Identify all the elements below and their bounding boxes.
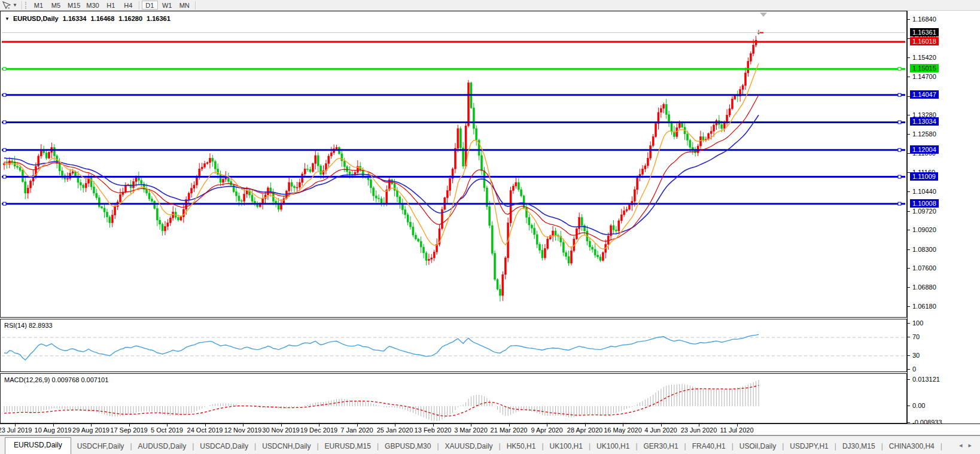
bear-candle [214, 162, 216, 169]
bear-candle [220, 175, 221, 182]
bull-candle [262, 199, 264, 203]
bull-candle [607, 236, 609, 244]
bull-candle [172, 212, 174, 218]
chart-tab-CHINA300H4[interactable]: CHINA300,H4 [883, 440, 941, 454]
chart-tab-XAUUSDDaily[interactable]: XAUUSD,Daily [439, 440, 499, 454]
rsi-chart-canvas[interactable] [1, 319, 906, 371]
line-anchor-handle[interactable] [3, 148, 6, 151]
macd-chart-canvas[interactable] [1, 374, 906, 423]
chart-tab-GBPUSDM30[interactable]: GBPUSD,M30 [379, 440, 437, 454]
bear-candle [565, 252, 567, 257]
bull-candle [48, 153, 50, 159]
bear-candle [109, 217, 111, 223]
timeframe-button-M15[interactable]: M15 [65, 1, 83, 10]
tab-scroll-right-button[interactable]: ▸ [968, 441, 972, 449]
ohlc-close: 1.16361 [147, 15, 171, 22]
chart-tab-USOilDaily[interactable]: USOil,Daily [734, 440, 782, 454]
tab-scroll-left-button[interactable]: ◂ [959, 441, 963, 449]
bull-candle [244, 194, 245, 202]
candlestick-chart-canvas[interactable] [1, 11, 906, 317]
chart-tab-USDCHFDaily[interactable]: USDCHF,Daily [71, 440, 130, 454]
bear-candle [217, 169, 219, 174]
bear-candle [317, 156, 319, 166]
chart-tab-GER30H1[interactable]: GER30,H1 [638, 440, 684, 454]
bull-candle [652, 136, 654, 145]
bull-candle [620, 215, 622, 221]
date-axis[interactable]: 23 Jul 201910 Aug 201929 Aug 201917 Sep … [0, 423, 980, 435]
chart-tab-UK100H1[interactable]: UK100,H1 [544, 440, 589, 454]
bear-candle [309, 169, 311, 172]
line-anchor-handle[interactable] [3, 68, 6, 71]
bear-candle [404, 210, 406, 215]
bull-candle [328, 156, 330, 164]
chart-legend: ▼EURUSD,Daily1.163341.164681.162801.1636… [5, 15, 171, 22]
line-anchor-handle[interactable] [898, 68, 901, 71]
axis-tick-mark [908, 369, 910, 370]
bull-candle [201, 167, 203, 169]
chart-tab-DJ30M15[interactable]: DJ30,M15 [836, 440, 881, 454]
bear-candle [481, 156, 483, 171]
bull-candle [204, 163, 206, 167]
rsi-indicator-pane[interactable]: RSI(14) 82.8933 [0, 319, 907, 372]
chart-tab-EURUSDDaily[interactable]: EURUSD,Daily [5, 437, 71, 454]
timeframe-button-MN[interactable]: MN [176, 1, 193, 10]
line-anchor-handle[interactable] [898, 93, 901, 96]
line-anchor-handle[interactable] [898, 175, 901, 178]
bear-candle [459, 129, 461, 148]
chart-tab-USDCADDaily[interactable]: USDCAD,Daily [194, 440, 254, 454]
chart-tab-AUDUSDDaily[interactable]: AUDUSD,Daily [132, 440, 193, 454]
toolbar-grip-handle[interactable] [25, 2, 28, 9]
timeframe-button-M5[interactable]: M5 [48, 1, 64, 10]
chart-tab-UK100H1[interactable]: UK100,H1 [591, 440, 635, 454]
timeframe-button-M1[interactable]: M1 [31, 1, 47, 10]
chevron-down-icon[interactable]: ▼ [13, 2, 17, 8]
bear-candle [80, 182, 81, 185]
crosshair-tool-button[interactable]: ▼ [0, 1, 20, 10]
timeframe-toolbar: ▼ M1M5M15M30H1H4D1W1MN [0, 0, 980, 11]
timeframe-button-M30[interactable]: M30 [84, 1, 101, 10]
chart-tab-USDJPYH1[interactable]: USDJPY,H1 [784, 440, 834, 454]
bull-candle [468, 83, 470, 126]
bear-candle [665, 104, 667, 114]
bull-candle [299, 182, 300, 187]
bear-candle [534, 228, 535, 235]
line-anchor-handle[interactable] [3, 93, 6, 96]
macd-indicator-pane[interactable]: MACD(12,26,9) 0.009768 0.007101 [0, 373, 907, 423]
bear-candle [689, 140, 691, 147]
timeframe-button-H1[interactable]: H1 [103, 1, 119, 10]
symbol-dropdown-icon[interactable]: ▼ [5, 16, 10, 22]
timeframe-button-D1[interactable]: D1 [142, 1, 158, 10]
macd-label: MACD(12,26,9) 0.009768 0.007101 [4, 376, 108, 383]
bull-candle [731, 99, 733, 108]
line-anchor-handle[interactable] [898, 148, 901, 151]
line-anchor-handle[interactable] [3, 202, 6, 205]
line-anchor-handle[interactable] [898, 202, 901, 205]
timeframe-button-H4[interactable]: H4 [120, 1, 136, 10]
bull-candle [124, 185, 126, 191]
bear-candle [499, 289, 501, 295]
price-level-badge: 1.16361 [910, 28, 939, 36]
bear-candle [241, 201, 242, 202]
bear-candle [341, 154, 343, 161]
bull-candle [623, 211, 625, 215]
price-axis[interactable]: 1.168401.161281.154201.147001.139801.132… [907, 11, 980, 423]
chart-shift-marker[interactable] [760, 13, 767, 17]
line-anchor-handle[interactable] [898, 121, 901, 124]
main-chart-pane[interactable]: ▼EURUSD,Daily1.163341.164681.162801.1636… [0, 11, 907, 318]
bear-candle [373, 188, 375, 196]
chart-tab-USDCNHDaily[interactable]: USDCNH,Daily [256, 440, 316, 454]
bull-candle [634, 190, 635, 202]
bear-candle [415, 235, 416, 239]
timeframe-button-W1[interactable]: W1 [159, 1, 175, 10]
bull-candle [544, 248, 546, 258]
chart-tab-HK50H1[interactable]: HK50,H1 [501, 440, 542, 454]
rsi-tick-label: 100 [912, 319, 923, 327]
chart-tab-FRA40H1[interactable]: FRA40,H1 [686, 440, 732, 454]
bull-candle [199, 169, 200, 177]
line-anchor-handle[interactable] [3, 121, 6, 124]
bear-candle [251, 195, 253, 201]
axis-tick-mark [908, 379, 910, 380]
chart-tab-EURUSDM15[interactable]: EURUSD,M15 [319, 440, 377, 454]
rsi-tick-label: 0 [912, 365, 916, 373]
line-anchor-handle[interactable] [3, 175, 6, 178]
